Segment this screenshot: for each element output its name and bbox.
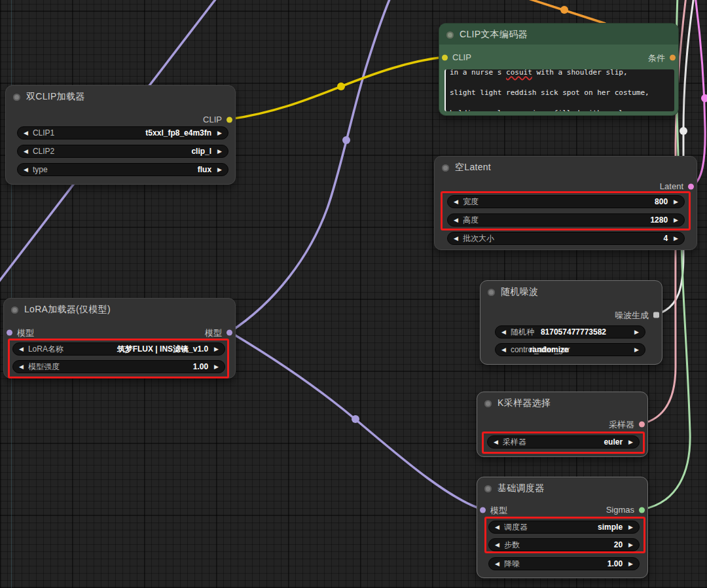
node-header[interactable]: CLIP文本编码器 (446, 28, 673, 41)
decrement-arrow-icon[interactable] (494, 439, 498, 445)
decrement-arrow-icon[interactable] (454, 217, 458, 223)
output-label: Latent (660, 181, 683, 191)
node-clip-text-encoder[interactable]: CLIP文本编码器 CLIP 条件 in a nurse s cosuit wi… (439, 23, 679, 116)
link-dot-latent[interactable] (701, 94, 707, 102)
widget-label: 步数 (504, 540, 520, 551)
widget-value: flux (198, 165, 211, 174)
output-port-conditioning[interactable] (670, 55, 676, 61)
decrement-arrow-icon[interactable] (24, 130, 28, 136)
collapse-dot-icon[interactable] (11, 306, 18, 314)
wire-guidance (520, 0, 606, 24)
node-header[interactable]: 空Latent (442, 161, 691, 174)
widget-model-strength[interactable]: 模型强度 1.00 (12, 360, 225, 373)
output-label: CLIP (203, 115, 222, 124)
widget-value: euler (604, 437, 623, 447)
node-basic-scheduler[interactable]: 基础调度器 模型 Sigmas 调度器 simple 步数 20 降噪 1.00 (477, 477, 648, 578)
increment-arrow-icon[interactable] (217, 130, 222, 136)
increment-arrow-icon[interactable] (628, 542, 633, 548)
link-dot-model-up[interactable] (342, 136, 350, 144)
collapse-dot-icon[interactable] (488, 289, 495, 296)
collapse-dot-icon[interactable] (442, 164, 449, 172)
link-dot-clip[interactable] (337, 83, 345, 90)
increment-arrow-icon[interactable] (628, 561, 633, 567)
node-dual-clip-loader[interactable]: 双CLIP加载器 CLIP CLIP1 t5xxl_fp8_e4m3fn CLI… (5, 85, 236, 185)
collapse-dot-icon[interactable] (446, 31, 454, 39)
widget-type[interactable]: type flux (17, 163, 228, 176)
node-header[interactable]: LoRA加载器(仅模型) (11, 303, 230, 316)
increment-arrow-icon[interactable] (674, 199, 678, 205)
decrement-arrow-icon[interactable] (495, 542, 499, 548)
output-port-clip[interactable] (227, 117, 232, 123)
output-port-sigmas[interactable] (639, 507, 645, 513)
decrement-arrow-icon[interactable] (495, 561, 499, 567)
node-title: CLIP文本编码器 (460, 29, 528, 41)
widget-value: 817057477773582 (541, 327, 606, 337)
output-row-latent: Latent (435, 181, 697, 193)
decrement-arrow-icon[interactable] (454, 236, 458, 242)
node-random-noise[interactable]: 随机噪波 噪波生成 随机种 817057477773582 control_af… (480, 280, 662, 365)
widget-width[interactable]: 宽度 800 (447, 195, 685, 208)
node-title: 随机噪波 (501, 286, 538, 298)
collapse-dot-icon[interactable] (484, 400, 492, 407)
collapse-dot-icon[interactable] (484, 485, 492, 492)
decrement-arrow-icon[interactable] (24, 149, 28, 155)
node-header[interactable]: 双CLIP加载器 (13, 90, 230, 103)
misspelled-word: cosuit (506, 69, 532, 77)
decrement-arrow-icon[interactable] (454, 199, 458, 205)
node-lora-loader[interactable]: LoRA加载器(仅模型) 模型 模型 LoRA名称 筑梦FLUX | INS滤镜… (3, 298, 236, 378)
increment-arrow-icon[interactable] (214, 364, 219, 370)
output-port-noise[interactable] (653, 312, 659, 318)
link-dot-model-down[interactable] (352, 415, 359, 423)
widget-label: 宽度 (463, 196, 479, 208)
widget-value: 4 (663, 234, 668, 243)
node-title: 双CLIP加载器 (26, 91, 85, 103)
increment-arrow-icon[interactable] (217, 149, 222, 155)
widget-control-after-generate[interactable]: control_after_ger randomize (495, 343, 645, 356)
widget-batch-size[interactable]: 批次大小 4 (447, 232, 685, 245)
increment-arrow-icon[interactable] (214, 346, 219, 352)
node-header[interactable]: 基础调度器 (484, 482, 642, 495)
widget-label: LoRA名称 (28, 344, 63, 355)
link-dot-guidance[interactable] (560, 6, 568, 14)
node-graph-canvas[interactable]: 双CLIP加载器 CLIP CLIP1 t5xxl_fp8_e4m3fn CLI… (0, 0, 707, 588)
widget-denoise[interactable]: 降噪 1.00 (488, 557, 640, 570)
widget-label: 降噪 (504, 559, 520, 570)
node-empty-latent[interactable]: 空Latent Latent 宽度 800 高度 1280 批次大小 4 (434, 156, 697, 250)
node-header[interactable]: K采样器选择 (484, 397, 642, 410)
increment-arrow-icon[interactable] (628, 524, 633, 530)
wire-lora-model-to-scheduler (230, 332, 482, 509)
link-dot-noise[interactable] (680, 127, 687, 135)
output-port-sampler[interactable] (639, 422, 645, 428)
increment-arrow-icon[interactable] (634, 329, 639, 335)
node-header[interactable]: 随机噪波 (488, 285, 657, 299)
output-port-latent[interactable] (688, 184, 694, 190)
widget-scheduler[interactable]: 调度器 simple (488, 521, 640, 534)
widget-value: clip_l (191, 147, 211, 156)
decrement-arrow-icon[interactable] (24, 167, 28, 173)
increment-arrow-icon[interactable] (217, 167, 222, 173)
widget-height[interactable]: 高度 1280 (447, 213, 685, 227)
decrement-arrow-icon[interactable] (19, 364, 24, 370)
increment-arrow-icon[interactable] (674, 217, 678, 223)
decrement-arrow-icon[interactable] (501, 329, 506, 335)
widget-clip1[interactable]: CLIP1 t5xxl_fp8_e4m3fn (17, 126, 228, 139)
node-ksampler-select[interactable]: K采样器选择 采样器 采样器 euler (477, 392, 648, 457)
widget-label: 高度 (463, 215, 479, 226)
wire-lora-model-up (230, 0, 391, 332)
widget-steps[interactable]: 步数 20 (488, 538, 640, 551)
increment-arrow-icon[interactable] (634, 347, 639, 353)
increment-arrow-icon[interactable] (628, 439, 633, 445)
decrement-arrow-icon[interactable] (495, 524, 499, 530)
widget-seed[interactable]: 随机种 817057477773582 (495, 325, 645, 339)
increment-arrow-icon[interactable] (674, 236, 678, 242)
widget-value: randomize (530, 345, 569, 354)
collapse-dot-icon[interactable] (13, 94, 20, 101)
widget-sampler-name[interactable]: 采样器 euler (487, 435, 640, 449)
decrement-arrow-icon[interactable] (501, 347, 506, 353)
output-port-model[interactable] (227, 330, 232, 336)
prompt-textarea[interactable]: in a nurse s cosuit with a shoulder slip… (444, 69, 674, 111)
widget-lora-name[interactable]: LoRA名称 筑梦FLUX | INS滤镜_v1.0 (12, 342, 225, 356)
decrement-arrow-icon[interactable] (19, 346, 24, 352)
output-row-sampler: 采样器 (477, 418, 647, 430)
widget-clip2[interactable]: CLIP2 clip_l (17, 145, 228, 158)
